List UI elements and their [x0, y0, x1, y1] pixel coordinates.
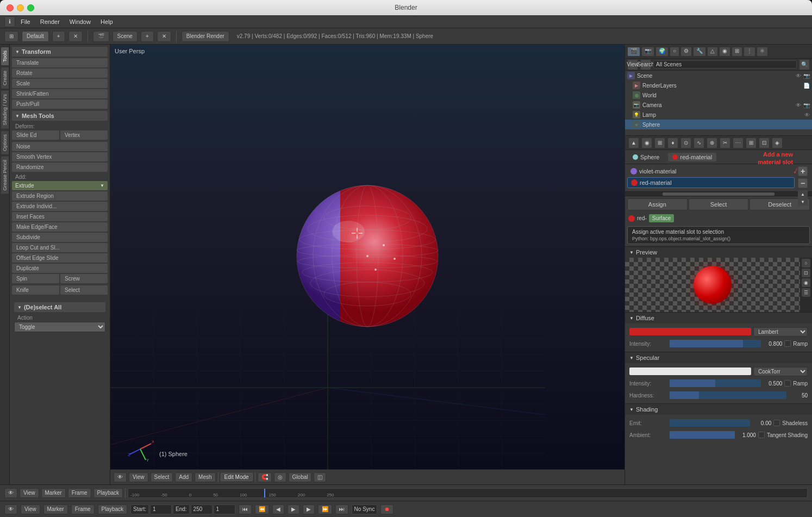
add-scene-btn[interactable]: +: [141, 31, 154, 42]
preview-header[interactable]: Preview: [625, 246, 812, 258]
rt-data-icon[interactable]: △: [707, 47, 718, 57]
diffuse-shader-select[interactable]: Lambert: [753, 327, 808, 337]
action-select[interactable]: Toggle: [14, 322, 105, 332]
search-btn-outliner[interactable]: Search: [640, 59, 651, 70]
outliner-search[interactable]: [653, 60, 797, 68]
rt-object-icon[interactable]: ○: [670, 47, 679, 57]
mat-tab-material[interactable]: red-material: [668, 153, 716, 161]
assign-btn[interactable]: Assign: [627, 198, 688, 210]
next-frame-btn[interactable]: ⏩: [318, 504, 332, 514]
mat-item-violet[interactable]: violet-material: [627, 166, 795, 176]
knife-btn[interactable]: Knife: [12, 285, 59, 295]
play-btn[interactable]: ▶: [288, 504, 299, 514]
preview-mat-btn[interactable]: ◉: [802, 278, 810, 287]
next-keyframe-btn[interactable]: ▶: [303, 504, 315, 514]
specular-intensity-slider[interactable]: [670, 379, 761, 387]
mat-icon10[interactable]: ⊞: [746, 138, 757, 148]
rt-texture-icon[interactable]: ⊞: [732, 47, 742, 57]
lamp-eye-icon[interactable]: 👁: [804, 112, 810, 118]
specular-color-bar[interactable]: [629, 367, 751, 375]
close-workspace-btn[interactable]: ✕: [68, 31, 83, 42]
hardness-slider[interactable]: [670, 391, 786, 399]
edit-mode-badge[interactable]: Edit Mode: [221, 473, 253, 481]
mat-icon1[interactable]: ▲: [628, 138, 639, 148]
spin-btn[interactable]: Spin: [12, 274, 59, 283]
snap-icon[interactable]: 🧲: [258, 472, 272, 482]
scene-icon[interactable]: 🎬: [93, 31, 109, 42]
menu-help[interactable]: Help: [96, 17, 117, 26]
info-icon[interactable]: ℹ: [4, 16, 15, 27]
mat-icon9[interactable]: ⋯: [733, 138, 744, 148]
status-view-icon[interactable]: 👁: [4, 504, 17, 514]
diffuse-ramp-checkbox[interactable]: [784, 340, 791, 347]
scale-btn[interactable]: Scale: [12, 79, 108, 88]
start-value[interactable]: 1: [150, 504, 172, 514]
transform-header[interactable]: Transform: [12, 47, 108, 57]
rt-physics-icon[interactable]: ⚛: [757, 47, 768, 57]
current-frame[interactable]: 1: [214, 504, 235, 514]
randomize-btn[interactable]: Randomize: [12, 163, 108, 172]
extrude-dropdown-btn[interactable]: Extrude ▼: [12, 181, 108, 190]
vertex-btn[interactable]: Vertex: [60, 130, 108, 140]
viewport-view-btn[interactable]: View: [129, 472, 148, 482]
camera-render-icon[interactable]: 📷: [803, 102, 810, 108]
scene-eye-icon[interactable]: 👁: [796, 73, 801, 79]
frame-btn[interactable]: Frame: [71, 504, 95, 514]
tab-grease-pencil[interactable]: Grease Pencil: [1, 156, 9, 195]
preview-sphere-btn[interactable]: ○: [802, 259, 810, 267]
screw-btn[interactable]: Screw: [60, 274, 108, 283]
ambient-slider[interactable]: [670, 431, 735, 439]
deselect-header[interactable]: (De)select All: [14, 302, 105, 312]
mat-tab-sphere[interactable]: Sphere: [628, 153, 664, 161]
tab-create[interactable]: Create: [1, 67, 9, 89]
tab-options[interactable]: Options: [1, 130, 9, 155]
mat-icon7[interactable]: ⊕: [707, 138, 717, 148]
mat-icon2[interactable]: ◉: [641, 138, 652, 148]
scene-render-icon[interactable]: 📷: [803, 73, 810, 79]
menu-file[interactable]: File: [16, 17, 35, 26]
skip-end-btn[interactable]: ⏭: [335, 504, 348, 514]
specular-header[interactable]: Specular: [625, 352, 812, 363]
specular-shader-select[interactable]: CookTorr: [753, 367, 808, 376]
shadeless-checkbox[interactable]: [773, 420, 780, 426]
preview-scene-btn[interactable]: ☰: [802, 288, 810, 297]
add-material-slot-btn[interactable]: +: [798, 166, 808, 176]
timeline-frame-btn[interactable]: Frame: [68, 488, 91, 498]
menu-window[interactable]: Window: [65, 17, 95, 26]
workspace-label[interactable]: Default: [22, 31, 49, 42]
mat-scroll-up[interactable]: ▲: [798, 190, 808, 198]
mat-scrollbar[interactable]: [625, 191, 812, 196]
surface-btn[interactable]: Surface: [649, 214, 674, 222]
proportional-icon[interactable]: ◎: [274, 472, 286, 482]
shrink-flatten-btn[interactable]: Shrink/Fatten: [12, 89, 108, 98]
record-btn[interactable]: ⏺: [380, 504, 393, 514]
outliner-sphere[interactable]: ○ Sphere: [625, 120, 812, 129]
mat-icon8[interactable]: ✂: [720, 138, 730, 148]
outliner-lamp[interactable]: 💡 Lamp 👁: [625, 110, 812, 120]
remove-material-slot-btn[interactable]: −: [798, 178, 808, 188]
camera-eye-icon[interactable]: 👁: [796, 102, 801, 108]
outliner-world[interactable]: ◎ World: [625, 90, 812, 100]
viewport[interactable]: User Persp: [110, 45, 624, 484]
outliner-search-icon[interactable]: 🔍: [799, 59, 810, 70]
specular-ramp-checkbox[interactable]: [784, 380, 791, 387]
mesh-tools-header[interactable]: Mesh Tools: [12, 111, 108, 121]
rt-world-icon[interactable]: 🌍: [655, 47, 669, 57]
tab-shading-uvs[interactable]: Shading / UVs: [1, 90, 9, 129]
preview-flat-btn[interactable]: ⊡: [802, 269, 810, 277]
viewport-view-icon[interactable]: 👁: [114, 472, 127, 482]
global-btn[interactable]: Global: [289, 472, 312, 482]
viewport-select-btn[interactable]: Select: [151, 472, 173, 482]
rt-render-icon[interactable]: 📷: [641, 47, 654, 57]
mat-item-red[interactable]: red-material: [627, 177, 795, 188]
diffuse-intensity-slider[interactable]: [670, 340, 761, 347]
renderlayers-eye-icon[interactable]: 📄: [803, 83, 810, 89]
inset-faces-btn[interactable]: Inset Faces: [12, 212, 108, 221]
shading-header[interactable]: Shading: [625, 403, 812, 415]
timeline-view-icon[interactable]: 👁: [4, 488, 17, 498]
diffuse-header[interactable]: Diffuse: [625, 312, 812, 323]
sync-label[interactable]: No Sync: [352, 504, 378, 514]
mat-icon5[interactable]: ⊙: [680, 138, 691, 148]
extrude-indiv-btn[interactable]: Extrude Individ...: [12, 202, 108, 211]
smooth-vertex-btn[interactable]: Smooth Vertex: [12, 152, 108, 161]
